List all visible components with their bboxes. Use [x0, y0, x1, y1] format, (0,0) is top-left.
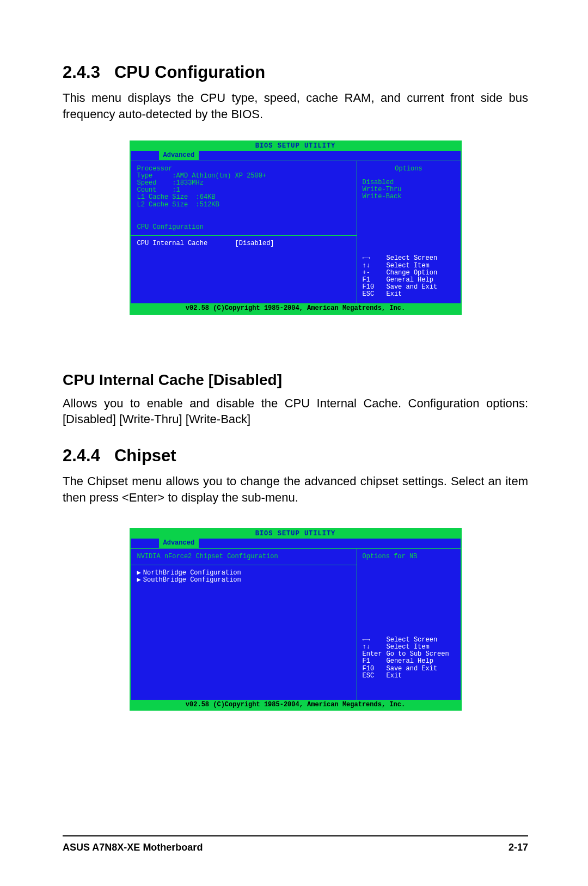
bios-screenshot-chipset: BIOS SETUP UTILITY Advanced NVIDIA nForc… — [130, 528, 462, 710]
bios-left-pane: Processor Type :AMD Athlon(tm) XP 2500+ … — [131, 161, 357, 304]
bios-right-title: Options for NB — [357, 549, 461, 560]
page-footer: ASUS A7N8X-XE Motherboard 2-17 — [63, 835, 528, 853]
cpu-config-title: CPU Configuration — [137, 224, 350, 231]
cpu-l2-row: L2 Cache Size :512KB — [137, 201, 350, 209]
bios-option: Disabled — [363, 179, 455, 186]
section-number: 2.4.3 — [63, 63, 100, 82]
subsection-body: Allows you to enable and disable the CPU… — [63, 395, 528, 427]
bios-screenshot-cpu: BIOS SETUP UTILITY Advanced Processor Ty… — [130, 140, 462, 314]
subsection-heading-cache: CPU Internal Cache [Disabled] — [63, 371, 528, 389]
section-body: The Chipset menu allows you to change th… — [63, 473, 528, 505]
bios-tab-advanced: Advanced — [159, 151, 199, 160]
chipset-config-title: NVIDIA nForce2 Chipset Configuration — [137, 553, 350, 560]
bios-footer: v02.58 (C)Copyright 1985-2004, American … — [131, 303, 461, 313]
bios-left-pane: NVIDIA nForce2 Chipset Configuration ▶No… — [131, 548, 357, 700]
section-body: This menu displays the CPU type, speed, … — [63, 90, 528, 122]
section-title: Chipset — [114, 446, 176, 465]
bios-item-cpu-cache: CPU Internal Cache [Disabled] — [137, 240, 350, 247]
section-heading-cpu-config: 2.4.3CPU Configuration — [63, 63, 528, 82]
triangle-icon: ▶ — [137, 577, 141, 584]
section-heading-chipset: 2.4.4Chipset — [63, 446, 528, 466]
bios-options-title: Options — [363, 166, 455, 173]
bios-right-pane: Options Disabled Write-Thru Write-Back ←… — [357, 161, 461, 304]
bios-help-keys: ←→Select Screen ↑↓Select Item EnterGo to… — [357, 637, 461, 685]
section-title: CPU Configuration — [114, 63, 265, 82]
bios-right-pane: Options for NB ←→Select Screen ↑↓Select … — [357, 548, 461, 700]
footer-product: ASUS A7N8X-XE Motherboard — [63, 842, 203, 853]
bios-tab-advanced: Advanced — [159, 539, 199, 547]
section-number: 2.4.4 — [63, 446, 100, 466]
bios-help-keys: ←→Select Screen ↑↓Select Item +-Change O… — [357, 255, 461, 303]
bios-footer: v02.58 (C)Copyright 1985-2004, American … — [131, 700, 461, 710]
bios-option: Write-Back — [363, 193, 455, 200]
cpu-type-row: Type :AMD Athlon(tm) XP 2500+ — [137, 173, 350, 180]
bios-tabbar: Advanced — [131, 151, 461, 161]
bios-tabbar: Advanced — [131, 539, 461, 548]
footer-page-number: 2-17 — [509, 842, 528, 853]
triangle-icon: ▶ — [137, 570, 141, 577]
bios-header: BIOS SETUP UTILITY — [131, 529, 461, 538]
submenu-list: ▶NorthBridge Configuration ▶SouthBridge … — [137, 570, 350, 584]
bios-header: BIOS SETUP UTILITY — [131, 142, 461, 150]
submenu-southbridge: ▶SouthBridge Configuration — [137, 577, 350, 584]
